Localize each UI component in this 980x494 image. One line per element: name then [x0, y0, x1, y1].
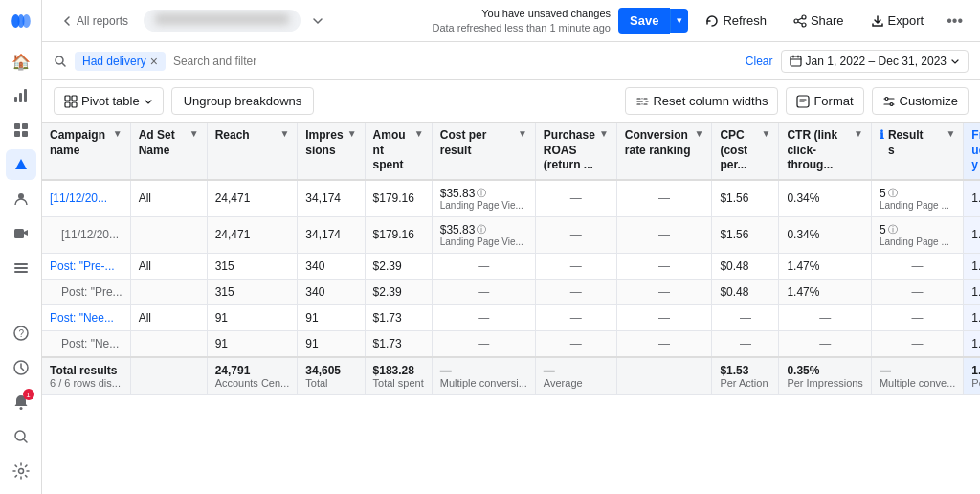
col-cost-per-result[interactable]: Cost perresult ▼ [432, 123, 535, 180]
sidebar-chart-icon[interactable] [6, 80, 36, 111]
data-table: Campaignname ▼ Ad SetName ▼ Reach [42, 123, 980, 395]
save-button[interactable]: Save [618, 8, 670, 34]
table-header-row: Campaignname ▼ Ad SetName ▼ Reach [42, 123, 980, 180]
col-impressions[interactable]: Impressions ▼ [298, 123, 365, 180]
refresh-label: Refresh [723, 13, 767, 28]
back-label: All reports [77, 14, 128, 28]
campaign-cell[interactable]: Post: "Pre-... [42, 253, 130, 279]
amount-cell: $2.39 [365, 253, 432, 279]
campaign-cell[interactable]: [11/12/20... [42, 180, 130, 217]
refresh-button[interactable]: Refresh [696, 8, 776, 34]
ctr-cell: 1.47% [779, 279, 871, 304]
campaign-cell[interactable]: Post: "Ne... [42, 330, 130, 357]
campaign-cell[interactable]: [11/12/20... [42, 216, 130, 253]
pivot-table-label: Pivot table [81, 94, 140, 108]
sidebar-campaigns-icon[interactable] [6, 149, 36, 180]
col-ctr-label: CTR (linkclick-throug... [787, 128, 850, 173]
impressions-cell: 34,174 [298, 216, 365, 253]
amount-cell: $179.16 [365, 180, 432, 217]
cost-info-icon2[interactable]: ⓘ [477, 223, 486, 236]
cpc-cell: — [712, 330, 779, 357]
reset-column-widths-button[interactable]: Reset column widths [625, 87, 778, 115]
sidebar-search-icon[interactable] [6, 421, 36, 452]
col-results[interactable]: ℹ Results ▼ [871, 123, 963, 180]
report-name[interactable] [144, 10, 301, 32]
table-row: Post: "Pre-... All 315 340 $2.39 — — — $… [42, 253, 980, 279]
cost-cell: — [432, 304, 535, 330]
roas-cell: — [535, 304, 616, 330]
save-dropdown-button[interactable]: ▾ [670, 9, 688, 33]
impressions-cell: 34,174 [298, 180, 365, 217]
impressions-cell: 340 [298, 253, 365, 279]
ungroup-breakdowns-button[interactable]: Ungroup breakdowns [171, 87, 315, 115]
cost-cell: — [432, 330, 535, 357]
date-range-label: Jan 1, 2022 – Dec 31, 2023 [806, 55, 947, 68]
col-cpc[interactable]: CPC(costper... ▼ [712, 123, 779, 180]
col-conversion-rate[interactable]: Conversionrate ranking ▼ [616, 123, 712, 180]
col-purchase-roas[interactable]: PurchaseROAS(return ... ▼ [535, 123, 616, 180]
unsaved-subtitle: Data refreshed less than 1 minute ago [432, 21, 611, 34]
impressions-cell: 340 [298, 279, 365, 304]
svg-point-20 [18, 469, 23, 474]
col-frequency[interactable]: Frequency ↑ ▼ [964, 123, 980, 180]
date-range-button[interactable]: Jan 1, 2022 – Dec 31, 2023 [781, 50, 969, 73]
sidebar-tools-icon[interactable] [6, 352, 36, 383]
svg-point-23 [802, 23, 806, 27]
svg-rect-27 [72, 96, 77, 101]
total-amount-cell: $183.28 Total spent [365, 357, 432, 395]
sidebar-home-icon[interactable]: 🏠 [6, 46, 36, 77]
filter-clear-button[interactable]: Clear [746, 55, 773, 68]
cpc-cell: $1.56 [712, 180, 779, 217]
total-frequency-cell: 1.40 Per Accounts Ce... [964, 357, 980, 395]
total-conversion-cell [616, 357, 712, 395]
data-table-container[interactable]: Campaignname ▼ Ad SetName ▼ Reach [42, 123, 980, 494]
col-reach[interactable]: Reach ▼ [207, 123, 298, 180]
sidebar-settings-icon[interactable] [6, 456, 36, 486]
campaign-cell[interactable]: Post: "Nee... [42, 304, 130, 330]
sidebar-people-icon[interactable] [6, 184, 36, 214]
cost-info-icon[interactable]: ⓘ [477, 187, 486, 200]
sidebar-help-icon[interactable]: ? [6, 318, 36, 348]
results-cell: 5 ⓘ Landing Page ... [871, 216, 963, 253]
col-adset-sort-icon: ▼ [189, 128, 199, 139]
results-cell: — [871, 279, 963, 304]
col-ctr[interactable]: CTR (linkclick-throug... ▼ [779, 123, 871, 180]
customize-button[interactable]: Customize [872, 87, 969, 115]
frequency-cell: 1.00 [964, 330, 980, 357]
share-button[interactable]: Share [784, 8, 854, 34]
col-amount-label: Amountspent [373, 128, 411, 173]
col-amount[interactable]: Amountspent ▼ [365, 123, 432, 180]
format-button[interactable]: Format [786, 87, 863, 115]
col-reach-label: Reach [215, 128, 277, 144]
table-row: [11/12/20... All 24,471 34,174 $179.16 $… [42, 180, 980, 217]
export-label: Export [888, 13, 924, 28]
ungroup-label: Ungroup breakdowns [184, 94, 302, 108]
col-amount-sort-icon: ▼ [414, 128, 424, 139]
col-campaign[interactable]: Campaignname ▼ [42, 123, 130, 180]
pivot-table-button[interactable]: Pivot table [54, 87, 164, 115]
roas-cell: — [535, 330, 616, 357]
svg-rect-9 [22, 131, 28, 137]
total-row: Total results 6 / 6 rows dis... 24,791 A… [42, 357, 980, 395]
filter-tag-close-icon[interactable]: × [150, 55, 158, 68]
export-button[interactable]: Export [861, 8, 934, 34]
col-adset[interactable]: Ad SetName ▼ [130, 123, 207, 180]
sidebar-notification-icon[interactable]: 1 [6, 387, 36, 417]
sidebar-grid-icon[interactable] [6, 115, 36, 146]
cpc-cell: $0.48 [712, 279, 779, 304]
filter-search-input[interactable] [173, 55, 738, 68]
campaign-cell[interactable]: Post: "Pre... [42, 279, 130, 304]
save-button-group: Save ▾ [618, 8, 688, 34]
results-info-icon2[interactable]: ⓘ [888, 223, 898, 236]
col-results-label: Results [888, 128, 943, 158]
col-cost-sort-icon: ▼ [518, 128, 527, 139]
more-options-button[interactable]: ••• [941, 7, 969, 35]
conversion-cell: — [616, 330, 712, 357]
back-to-reports-button[interactable]: All reports [54, 11, 136, 32]
sidebar-list-icon[interactable] [6, 253, 36, 283]
report-dropdown-icon[interactable] [308, 11, 327, 31]
sidebar-video-icon[interactable] [6, 218, 36, 249]
frequency-cell: 1.40 [964, 216, 980, 253]
results-cell: — [871, 253, 963, 279]
results-info-icon[interactable]: ⓘ [888, 187, 898, 200]
